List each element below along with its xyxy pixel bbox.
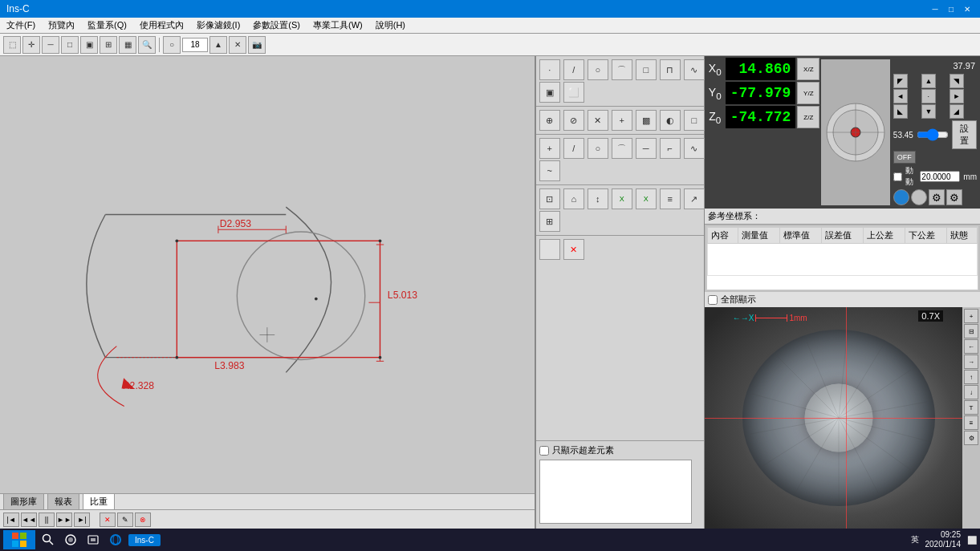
toolbar-btn-9[interactable]: ○ (163, 36, 181, 54)
taskbar-search-icon[interactable] (39, 530, 58, 549)
tool-grid-icon[interactable]: ⊡ (539, 188, 560, 209)
tool-empty[interactable] (539, 239, 560, 260)
nav-downleft[interactable]: ◣ (893, 104, 908, 119)
nav-right[interactable]: ► (950, 89, 964, 103)
toolbar-btn-cam[interactable]: 📷 (248, 36, 266, 54)
tool-angle[interactable]: ⌐ (660, 138, 681, 159)
play-x[interactable]: ✕ (100, 513, 116, 527)
mode-btn-3[interactable]: ⚙ (929, 189, 945, 205)
tool-home[interactable]: ⌂ (563, 188, 584, 209)
zoom-input[interactable] (182, 38, 208, 52)
rsp-btn-9[interactable]: ⚙ (964, 431, 978, 445)
taskbar-browser-icon[interactable] (106, 530, 125, 549)
toolbar-btn-5[interactable]: ▣ (80, 36, 98, 54)
toolbar-btn-7[interactable]: ▦ (119, 36, 136, 54)
tool-img[interactable]: ▣ (539, 82, 560, 103)
coord-btn-y[interactable]: Y/Z (797, 82, 819, 104)
toolbar-btn-1[interactable]: ⬚ (3, 36, 21, 54)
coord-btn-z[interactable]: Z/Z (797, 106, 819, 128)
tool-line2[interactable]: / (563, 138, 584, 159)
close-button[interactable]: ✕ (961, 2, 974, 15)
play-stop[interactable]: ⊗ (135, 513, 151, 527)
nav-up[interactable]: ▲ (921, 74, 936, 88)
play-prev[interactable]: ◄◄ (21, 513, 37, 527)
motion-value[interactable] (920, 171, 960, 182)
nav-upright[interactable]: ◥ (950, 74, 964, 88)
tool-blob[interactable]: ∿ (684, 59, 705, 80)
tool-arc3[interactable]: ⌒ (612, 138, 632, 159)
rsp-btn-2[interactable]: ⊟ (964, 324, 978, 338)
tool-rect2[interactable]: □ (684, 110, 705, 131)
menu-params[interactable]: 參數設置(S) (250, 18, 303, 33)
tab-report[interactable]: 報表 (47, 493, 79, 510)
taskbar-notification[interactable]: ⬜ (967, 536, 977, 545)
coord-btn-x[interactable]: X/Z (797, 58, 819, 80)
tool-half[interactable]: ◐ (660, 110, 681, 131)
tool-arc2[interactable]: ○ (588, 138, 608, 159)
toolbar-btn-x[interactable]: ✕ (229, 36, 246, 54)
menu-monitor[interactable]: 監量系(Q) (84, 18, 130, 33)
tool-arc[interactable]: ⌒ (612, 59, 632, 80)
tool-excel[interactable]: X (612, 188, 632, 209)
play-end[interactable]: ►| (74, 513, 90, 527)
nav-upleft[interactable]: ◤ (893, 74, 908, 88)
menu-file[interactable]: 文件(F) (3, 18, 39, 33)
taskbar-start-button[interactable] (3, 530, 35, 549)
off-button[interactable]: OFF (893, 151, 916, 164)
tool-grid2[interactable]: ⊞ (539, 211, 560, 232)
tool-circle2[interactable]: ⊘ (563, 110, 584, 131)
tab-shapes[interactable]: 圖形庫 (3, 493, 44, 510)
rsp-btn-8[interactable]: ≡ (964, 415, 978, 430)
toolbar-btn-6[interactable]: ⊞ (100, 36, 117, 54)
play-next[interactable]: ►► (56, 513, 72, 527)
settings-button[interactable]: 設置 (952, 120, 977, 149)
tool-tilde[interactable]: ~ (539, 160, 560, 181)
filter-checkbox[interactable] (539, 446, 549, 456)
fullscreen-checkbox[interactable] (708, 295, 718, 305)
tool-arrow[interactable]: ↗ (684, 188, 705, 209)
toolbar-btn-8[interactable]: 🔍 (138, 36, 156, 54)
rsp-btn-4[interactable]: → (964, 355, 978, 369)
tool-line[interactable]: / (563, 59, 584, 80)
play-pause[interactable]: || (39, 513, 55, 527)
nav-downright[interactable]: ◢ (950, 104, 964, 119)
tool-pattern[interactable]: ▩ (636, 110, 657, 131)
toolbar-zoom-up[interactable]: ▲ (209, 36, 227, 54)
tool-rect[interactable]: □ (636, 59, 657, 80)
filter-textarea[interactable] (539, 460, 692, 524)
tool-poly[interactable]: ⊓ (660, 59, 681, 80)
tool-excel2[interactable]: X (636, 188, 657, 209)
taskbar-cortana-icon[interactable] (61, 530, 80, 549)
rsp-btn-6[interactable]: ↓ (964, 385, 978, 399)
tool-updown[interactable]: ↕ (588, 188, 608, 209)
maximize-button[interactable]: □ (945, 2, 958, 15)
minimize-button[interactable]: ─ (929, 2, 941, 15)
rsp-btn-3[interactable]: ← (964, 339, 978, 354)
mode-btn-2[interactable] (911, 189, 927, 205)
mode-btn-4[interactable]: ⚙ (946, 189, 962, 205)
play-start[interactable]: |◄ (3, 513, 19, 527)
toolbar-btn-3[interactable]: ─ (42, 36, 59, 54)
toolbar-btn-4[interactable]: □ (61, 36, 79, 54)
zoom-slider[interactable] (917, 131, 949, 139)
taskbar-app-item[interactable]: Ins-C (128, 534, 161, 546)
tool-group[interactable]: ⬜ (563, 82, 584, 103)
nav-left[interactable]: ◄ (893, 89, 908, 103)
tool-center[interactable]: ⊕ (539, 110, 560, 131)
mode-btn-1[interactable] (893, 189, 909, 205)
toolbar-btn-2[interactable]: ✛ (22, 36, 40, 54)
menu-help[interactable]: 說明(H) (372, 18, 409, 33)
tool-circle[interactable]: ○ (588, 59, 608, 80)
tool-point[interactable]: · (539, 59, 560, 80)
tool-list[interactable]: ≡ (660, 188, 681, 209)
play-edit[interactable]: ✎ (117, 513, 133, 527)
menu-tools[interactable]: 專業工具(W) (310, 18, 366, 33)
menu-image[interactable]: 影像濾鏡(I) (193, 18, 243, 33)
nav-center[interactable]: · (921, 89, 936, 103)
tool-x-red[interactable]: ✕ (563, 239, 584, 260)
nav-down[interactable]: ▼ (921, 104, 936, 119)
tab-weight[interactable]: 比重 (83, 493, 115, 510)
tool-add[interactable]: + (539, 138, 560, 159)
menu-program[interactable]: 使用程式內 (136, 18, 187, 33)
rsp-btn-5[interactable]: ↑ (964, 370, 978, 384)
